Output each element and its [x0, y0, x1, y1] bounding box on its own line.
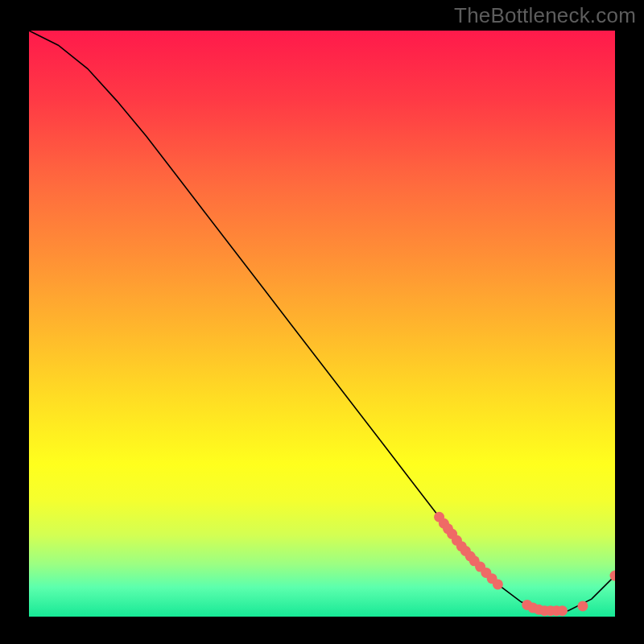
curve-line	[29, 31, 615, 611]
highlight-dot	[557, 605, 568, 616]
highlight-dot	[493, 579, 503, 589]
curve-svg	[29, 31, 615, 617]
plot-area	[29, 31, 615, 617]
watermark-text: TheBottleneck.com	[454, 3, 636, 28]
chart-stage: TheBottleneck.com	[0, 0, 644, 644]
highlight-dot	[577, 601, 588, 611]
